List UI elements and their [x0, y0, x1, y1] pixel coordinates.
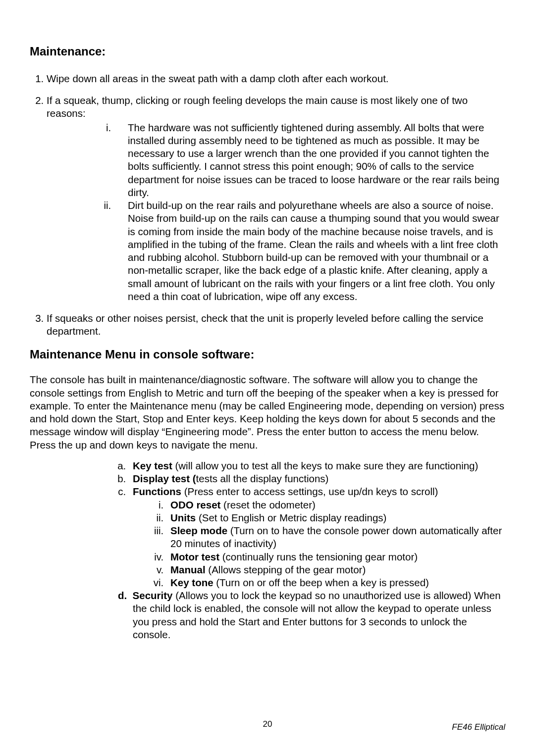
maintenance-heading: Maintenance:: [30, 45, 505, 58]
key-test-label: Key test: [133, 460, 172, 471]
functions-sublist: ODO reset (reset the odometer) Units (Se…: [133, 499, 505, 590]
console-heading: Maintenance Menu in console software:: [30, 348, 505, 361]
list-item: ODO reset (reset the odometer): [166, 499, 505, 511]
list-item: Sleep mode (Turn on to have the console …: [166, 524, 505, 550]
list-item: Key tone (Turn on or off the beep when a…: [166, 576, 505, 589]
key-tone-text: (Turn on or off the beep when a key is p…: [214, 577, 429, 588]
security-text: (Allows you to lock the keypad so no una…: [133, 590, 501, 640]
list-item: Key test (will allow you to test all the…: [129, 459, 505, 472]
list-item: Display test (tests all the display func…: [129, 472, 505, 485]
list-item: If squeaks or other noises persist, chec…: [47, 312, 505, 338]
list-item: Dirt build-up on the rear rails and poly…: [114, 199, 505, 303]
list-item: Wipe down all areas in the sweat path wi…: [47, 72, 505, 85]
odo-reset-label: ODO reset: [170, 499, 220, 510]
functions-label: Functions: [133, 486, 181, 497]
functions-text: (Press enter to access settings, use up/…: [181, 486, 438, 497]
display-test-label: Display test (: [133, 473, 196, 484]
security-label: Security: [133, 590, 173, 601]
list-item: Manual (Allows stepping of the gear moto…: [166, 563, 505, 576]
manual-text: (Allows stepping of the gear motor): [206, 564, 366, 575]
list-item: If a squeak, thump, clicking or rough fe…: [47, 94, 505, 303]
menu-list: Key test (will allow you to test all the…: [30, 459, 505, 641]
roman-sublist: The hardware was not sufficiently tighte…: [47, 121, 505, 303]
item2-intro: If a squeak, thump, clicking or rough fe…: [47, 95, 468, 119]
list-item: The hardware was not sufficiently tighte…: [114, 121, 505, 199]
display-test-text: tests all the display functions): [196, 473, 329, 484]
document-page: Maintenance: Wipe down all areas in the …: [0, 0, 535, 756]
list-item: Motor test (continually runs the tension…: [166, 551, 505, 563]
manual-label: Manual: [170, 564, 206, 575]
motor-test-label: Motor test: [170, 551, 219, 562]
motor-test-text: (continually runs the tensioning gear mo…: [219, 551, 418, 562]
list-item: Functions (Press enter to access setting…: [129, 485, 505, 589]
sleep-mode-label: Sleep mode: [170, 525, 227, 536]
units-label: Units: [170, 512, 196, 523]
units-text: (Set to English or Metric display readin…: [196, 512, 386, 523]
key-tone-label: Key tone: [170, 577, 214, 588]
maintenance-list: Wipe down all areas in the sweat path wi…: [30, 72, 505, 338]
list-item: Units (Set to English or Metric display …: [166, 511, 505, 524]
key-test-text: (will allow you to test all the keys to …: [172, 460, 479, 471]
console-intro: The console has built in maintenance/dia…: [30, 373, 505, 451]
model-name: FE46 Elliptical: [452, 722, 505, 732]
page-number: 20: [30, 719, 505, 729]
odo-reset-text: (reset the odometer): [220, 499, 315, 510]
d-marker: d.: [118, 590, 133, 601]
page-footer: 20 FE46 Elliptical: [30, 722, 505, 732]
list-item: d. Security (Allows you to lock the keyp…: [129, 589, 505, 641]
